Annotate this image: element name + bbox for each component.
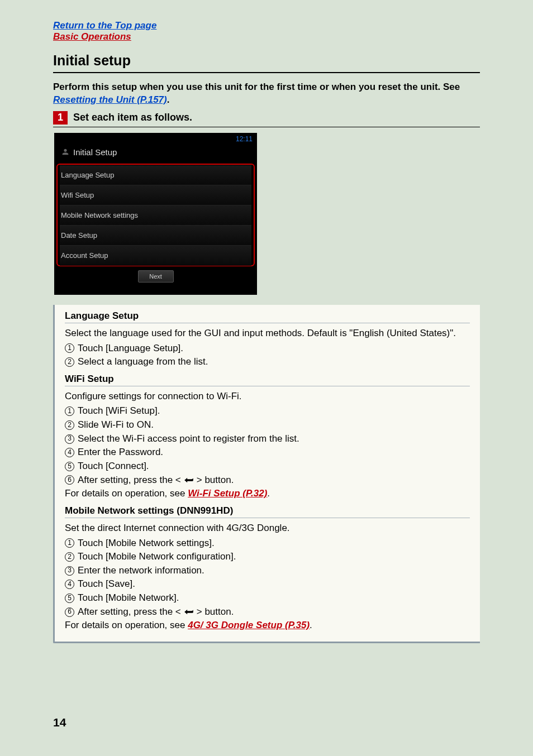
step-circle: 3 [65,434,74,444]
step-circle: 3 [65,566,74,576]
screenshot-clock: 12:11 [236,135,253,143]
instruction-step: 5Touch [Connect]. [65,460,470,473]
intro-part1: Perform this setup when you use this uni… [53,82,460,92]
step-text-after: > button. [197,473,234,487]
footer-pre: For details on operation, see [65,620,188,630]
screenshot-item-mobile: Mobile Network settings [60,205,251,226]
subsection-title: Language Setup [65,310,470,323]
back-icon [183,476,194,484]
step-text: Touch [Language Setup]. [78,342,183,356]
instruction-step: 1Touch [Language Setup]. [65,342,470,356]
intro-part2: . [167,94,170,105]
footer-link[interactable]: 4G/ 3G Dongle Setup (P.35) [188,620,310,630]
instruction-step: 2Touch [Mobile Network configuration]. [65,550,470,564]
step-text: After setting, press the < [78,605,181,619]
subsection-title: WiFi Setup [65,374,470,386]
screenshot-next-button: Next [138,270,174,283]
screenshot-header: Initial Setup [61,147,117,157]
instruction-step: 6After setting, press the < > button. [65,605,470,619]
instruction-step: 3Select the Wi-Fi access point to regist… [65,432,470,446]
instruction-step: 2Select a language from the list. [65,355,470,369]
footer-post: . [267,488,270,499]
screenshot-item-account: Account Setup [60,246,251,266]
step-text: Touch [Mobile Network]. [78,591,179,605]
step-circle: 6 [65,475,74,485]
step-1-badge: 1 [53,111,68,125]
step-text: After setting, press the < [78,473,181,487]
step-circle: 1 [65,343,74,353]
step-circle: 4 [65,448,74,457]
footer-link[interactable]: Wi-Fi Setup (P.32) [188,488,267,499]
step-text: Touch [Mobile Network settings]. [78,537,215,551]
step-text: Touch [WiFi Setup]. [78,404,160,418]
step-text: Touch [Save]. [78,577,135,591]
step-text: Slide Wi-Fi to ON. [78,418,154,432]
content-box: Language SetupSelect the language used f… [53,305,480,643]
step-circle: 2 [65,357,74,367]
subsection-footer: For details on operation, see 4G/ 3G Don… [65,619,470,633]
footer-post: . [310,620,312,630]
step-circle: 2 [65,420,74,430]
instruction-step: 1Touch [WiFi Setup]. [65,404,470,418]
step-circle: 2 [65,552,74,562]
basic-operations-link[interactable]: Basic Operations [53,31,131,42]
step-text: Touch [Connect]. [78,460,149,473]
user-icon [61,147,70,156]
instruction-step: 5Touch [Mobile Network]. [65,591,470,605]
back-icon [183,608,194,616]
instruction-step: 3Enter the network information. [65,564,470,578]
intro-text: Perform this setup when you use this uni… [53,81,480,107]
step-1-text: Set each item as follows. [73,112,192,123]
step-1-row: 1 Set each item as follows. [53,111,480,127]
step-text: Select a language from the list. [78,355,208,369]
step-text: Enter the Password. [78,446,163,460]
screenshot-item-wifi: Wifi Setup [60,185,251,205]
initial-setup-screenshot: 12:11 Initial Setup Language Setup Wifi … [54,133,257,295]
step-circle: 1 [65,538,74,548]
subsection-desc: Select the language used for the GUI and… [65,327,470,341]
step-text-after: > button. [197,605,234,619]
step-circle: 6 [65,607,74,617]
step-circle: 5 [65,462,74,471]
step-circle: 1 [65,406,74,416]
resetting-unit-link[interactable]: Resetting the Unit (P.157) [53,94,167,105]
instruction-step: 6After setting, press the < > button. [65,473,470,487]
instruction-step: 2Slide Wi-Fi to ON. [65,418,470,432]
step-circle: 4 [65,580,74,589]
screenshot-header-text: Initial Setup [73,147,117,157]
step-text: Touch [Mobile Network configuration]. [78,550,236,564]
step-circle: 5 [65,594,74,603]
subsection-desc: Configure settings for connection to Wi-… [65,390,470,404]
screenshot-item-language: Language Setup [60,165,251,185]
subsection-title: Mobile Network settings (DNN991HD) [65,505,470,518]
step-text: Enter the network information. [78,564,204,578]
instruction-step: 1Touch [Mobile Network settings]. [65,537,470,551]
footer-pre: For details on operation, see [65,488,188,499]
subsection-desc: Set the direct Internet connection with … [65,521,470,535]
screenshot-item-date: Date Setup [60,226,251,246]
subsection-footer: For details on operation, see Wi-Fi Setu… [65,487,470,501]
return-top-link[interactable]: Return to the Top page [53,20,156,31]
page-title: Initial setup [53,52,480,73]
instruction-step: 4Touch [Save]. [65,577,470,591]
page-number: 14 [53,716,66,729]
step-text: Select the Wi-Fi access point to registe… [78,432,299,446]
instruction-step: 4Enter the Password. [65,446,470,460]
